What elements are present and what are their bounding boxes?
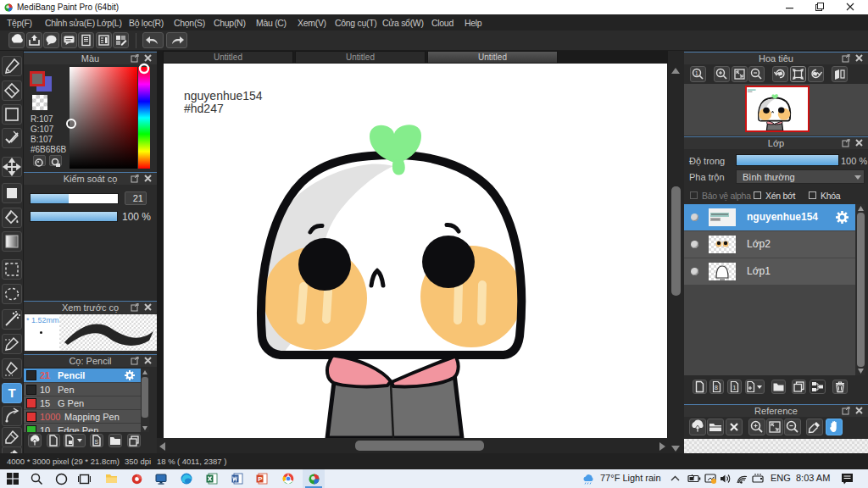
svg-text:8: 8 [715,385,718,391]
svg-text:1: 1 [733,385,737,391]
svg-text:P: P [258,475,263,483]
svg-text:S: S [95,439,99,445]
svg-text:nguyenhue154: nguyenhue154 [184,89,263,103]
svg-text:1: 1 [695,70,698,76]
svg-text:#hd247: #hd247 [184,102,224,115]
